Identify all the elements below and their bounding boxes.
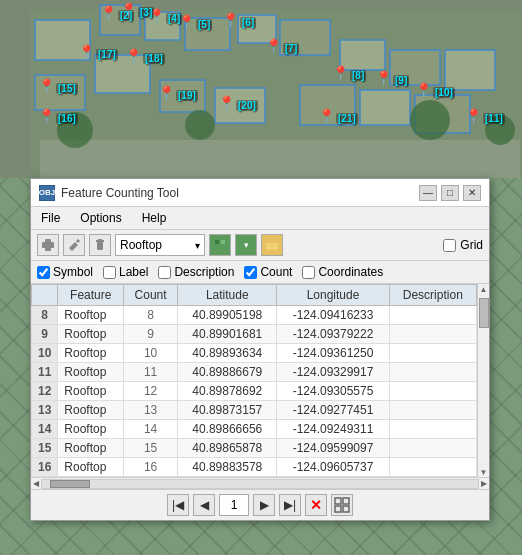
nav-grid-button[interactable]: [331, 494, 353, 516]
cell-description: [389, 363, 476, 382]
cell-feature: Rooftop: [58, 401, 124, 420]
layer-dropdown[interactable]: Rooftop ▾: [115, 234, 205, 256]
table-row[interactable]: 8Rooftop840.89905198-124.09416233: [32, 306, 477, 325]
map-pin-15: 📍 [15]: [38, 78, 78, 94]
toolbar-btn-3[interactable]: [89, 234, 111, 256]
minimize-button[interactable]: —: [419, 185, 437, 201]
col-header-rownum: [32, 285, 58, 306]
dropdown-arrow-btn[interactable]: ▾: [235, 234, 257, 256]
cell-description: [389, 458, 476, 477]
grid-label[interactable]: Grid: [460, 238, 483, 252]
label-label[interactable]: Label: [119, 265, 148, 279]
cell-rownum: 14: [32, 420, 58, 439]
horizontal-scrollbar[interactable]: ◀ ▶: [31, 477, 489, 489]
nav-first-button[interactable]: |◀: [167, 494, 189, 516]
nav-prev-button[interactable]: ◀: [193, 494, 215, 516]
cell-latitude: 40.89865878: [178, 439, 277, 458]
nav-next-button[interactable]: ▶: [253, 494, 275, 516]
toolbar: Rooftop ▾ ▾ Grid: [31, 230, 489, 261]
cell-feature: Rooftop: [58, 363, 124, 382]
map-pin-21: 📍 [21]: [318, 108, 358, 124]
cell-rownum: 11: [32, 363, 58, 382]
cell-latitude: 40.89878692: [178, 382, 277, 401]
feature-counting-tool-window: OBJ Feature Counting Tool — □ ✕ File Opt…: [30, 178, 490, 521]
color-picker-btn[interactable]: [209, 234, 231, 256]
hscroll-thumb[interactable]: [50, 480, 90, 488]
nav-delete-button[interactable]: ✕: [305, 494, 327, 516]
cell-longitude: -124.09277451: [277, 401, 389, 420]
map-pin-19: 📍 [19]: [158, 85, 198, 101]
map-pin-18: 📍 [18]: [125, 48, 165, 64]
cell-latitude: 40.89893634: [178, 344, 277, 363]
table-row[interactable]: 12Rooftop1240.89878692-124.09305575: [32, 382, 477, 401]
map-pin-6: 📍 [6]: [222, 12, 256, 28]
label-checkbox[interactable]: [103, 266, 116, 279]
cell-longitude: -124.09416233: [277, 306, 389, 325]
vertical-scrollbar[interactable]: ▲ ▼: [477, 284, 489, 477]
title-controls: — □ ✕: [419, 185, 481, 201]
cell-feature: Rooftop: [58, 439, 124, 458]
hscroll-right-arrow[interactable]: ▶: [481, 479, 487, 488]
title-left: OBJ Feature Counting Tool: [39, 185, 179, 201]
svg-rect-37: [343, 506, 349, 512]
table-body: 8Rooftop840.89905198-124.094162339Roofto…: [32, 306, 477, 477]
hscroll-left-arrow[interactable]: ◀: [33, 479, 39, 488]
map-pin-16: 📍 [16]: [38, 108, 78, 124]
table-row[interactable]: 14Rooftop1440.89866656-124.09249311: [32, 420, 477, 439]
coordinates-checkbox[interactable]: [302, 266, 315, 279]
col-header-feature: Feature: [58, 285, 124, 306]
table-row[interactable]: 9Rooftop940.89901681-124.09379222: [32, 325, 477, 344]
map-pin-11: 📍 [11]: [465, 108, 505, 124]
description-label[interactable]: Description: [174, 265, 234, 279]
table-row[interactable]: 13Rooftop1340.89873157-124.09277451: [32, 401, 477, 420]
svg-rect-35: [343, 498, 349, 504]
count-checkbox[interactable]: [244, 266, 257, 279]
nav-last-button[interactable]: ▶|: [279, 494, 301, 516]
grid-checkbox[interactable]: [443, 239, 456, 252]
menu-file[interactable]: File: [37, 209, 64, 227]
count-label[interactable]: Count: [260, 265, 292, 279]
scroll-up-arrow[interactable]: ▲: [480, 286, 488, 294]
map-pin-7: 📍 [7]: [265, 38, 299, 54]
hscroll-track[interactable]: [41, 479, 479, 489]
description-checkbox[interactable]: [158, 266, 171, 279]
description-checkbox-item: Description: [158, 265, 234, 279]
table-row[interactable]: 16Rooftop1640.89883578-124.09605737: [32, 458, 477, 477]
table-row[interactable]: 11Rooftop1140.89886679-124.09329917: [32, 363, 477, 382]
maximize-button[interactable]: □: [441, 185, 459, 201]
scroll-down-arrow[interactable]: ▼: [480, 469, 488, 477]
cell-longitude: -124.09605737: [277, 458, 389, 477]
cell-description: [389, 325, 476, 344]
coordinates-label[interactable]: Coordinates: [318, 265, 383, 279]
cell-rownum: 13: [32, 401, 58, 420]
cell-latitude: 40.89866656: [178, 420, 277, 439]
cell-count: 8: [124, 306, 178, 325]
col-header-latitude: Latitude: [178, 285, 277, 306]
toolbar-btn-1[interactable]: [37, 234, 59, 256]
symbol-label[interactable]: Symbol: [53, 265, 93, 279]
close-button[interactable]: ✕: [463, 185, 481, 201]
table-row[interactable]: 10Rooftop1040.89893634-124.09361250: [32, 344, 477, 363]
page-input[interactable]: [219, 494, 249, 516]
cell-description: [389, 439, 476, 458]
cell-count: 12: [124, 382, 178, 401]
symbol-checkbox[interactable]: [37, 266, 50, 279]
cell-rownum: 15: [32, 439, 58, 458]
map-pin-17: 📍 [17]: [78, 44, 118, 60]
col-header-longitude: Longitude: [277, 285, 389, 306]
folder-btn[interactable]: [261, 234, 283, 256]
cell-feature: Rooftop: [58, 382, 124, 401]
table-header-row: Feature Count Latitude Longitude Descrip…: [32, 285, 477, 306]
menu-help[interactable]: Help: [138, 209, 171, 227]
cell-rownum: 16: [32, 458, 58, 477]
cell-longitude: -124.09599097: [277, 439, 389, 458]
count-checkbox-item: Count: [244, 265, 292, 279]
svg-rect-28: [97, 242, 103, 250]
toolbar-btn-2[interactable]: [63, 234, 85, 256]
scroll-thumb[interactable]: [479, 298, 489, 328]
menu-options[interactable]: Options: [76, 209, 125, 227]
cell-count: 9: [124, 325, 178, 344]
cell-description: [389, 401, 476, 420]
symbol-checkbox-item: Symbol: [37, 265, 93, 279]
table-row[interactable]: 15Rooftop1540.89865878-124.09599097: [32, 439, 477, 458]
